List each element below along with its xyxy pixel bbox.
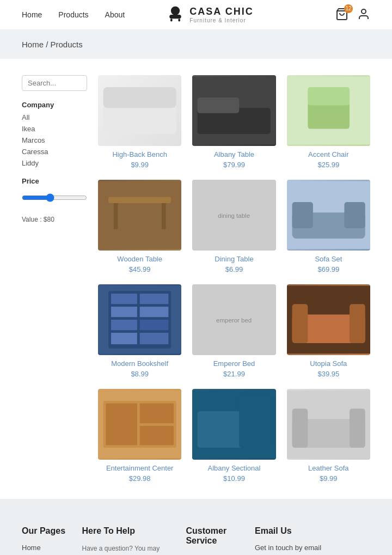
product-name: Emperor Bed xyxy=(192,359,275,368)
footer-email-desc: Get in touch by email xyxy=(255,544,370,552)
svg-rect-43 xyxy=(140,404,174,423)
product-name: Wooden Table xyxy=(98,255,181,263)
footer-email: Email Us Get in touch by email xyxy=(255,526,370,555)
cart-button[interactable]: 12 xyxy=(335,8,348,22)
product-card[interactable]: Sofa Set$69.99 xyxy=(287,180,370,273)
nav-about[interactable]: About xyxy=(105,10,125,19)
product-price: $79.99 xyxy=(192,161,275,169)
svg-rect-2 xyxy=(170,19,173,21)
svg-point-5 xyxy=(362,9,366,14)
footer-our-pages: Our Pages Home Products About xyxy=(22,526,65,555)
product-image xyxy=(98,389,181,460)
product-name: Albany Table xyxy=(192,150,275,158)
svg-rect-1 xyxy=(170,15,182,19)
footer-our-pages-title: Our Pages xyxy=(22,526,65,536)
logo-name: CASA CHIC xyxy=(189,6,253,17)
svg-rect-42 xyxy=(106,404,137,446)
product-image xyxy=(98,284,181,355)
product-price: $21.99 xyxy=(192,370,275,378)
svg-rect-33 xyxy=(140,333,169,344)
nav-home[interactable]: Home xyxy=(22,10,42,19)
logo: CASA CHIC Furniture & Interior xyxy=(166,5,253,25)
footer-link-home[interactable]: Home xyxy=(22,544,65,552)
svg-point-0 xyxy=(171,7,180,15)
product-image xyxy=(192,389,275,460)
product-card[interactable]: emperor bedEmperor Bed$21.99 xyxy=(192,284,275,378)
svg-rect-16 xyxy=(114,203,118,229)
product-image xyxy=(98,180,181,251)
product-image xyxy=(287,180,370,251)
breadcrumb: Home / Products xyxy=(0,30,392,59)
product-card[interactable]: Entertainment Center$29.98 xyxy=(98,389,181,483)
user-icon xyxy=(357,8,370,21)
product-card[interactable]: Albany Table$79.99 xyxy=(192,75,275,169)
product-image xyxy=(287,75,370,146)
search-input[interactable] xyxy=(22,75,87,91)
product-card[interactable]: Modern Bookshelf$8.99 xyxy=(98,284,181,378)
svg-rect-14 xyxy=(98,181,181,249)
main-nav: Home Products About xyxy=(22,10,125,19)
product-card[interactable]: Leather Sofa$9.99 xyxy=(287,389,370,483)
product-card[interactable]: Utopia Sofa$39.95 xyxy=(287,284,370,378)
svg-rect-12 xyxy=(308,103,350,129)
filter-ikea[interactable]: Ikea xyxy=(22,125,87,133)
svg-rect-23 xyxy=(344,202,365,228)
footer-help-desc: Have a question? You may find an answer … xyxy=(82,544,169,555)
svg-rect-50 xyxy=(292,408,308,448)
product-card[interactable]: Accent Chair$25.99 xyxy=(287,75,370,169)
svg-text:emperor bed: emperor bed xyxy=(216,317,252,324)
product-name: Sofa Set xyxy=(287,255,370,263)
user-button[interactable] xyxy=(357,8,370,22)
svg-rect-10 xyxy=(198,97,240,113)
breadcrumb-separator: / xyxy=(46,40,50,49)
product-price: $39.95 xyxy=(287,370,370,378)
product-price: $69.99 xyxy=(287,265,370,273)
cart-badge: 12 xyxy=(344,4,353,13)
svg-rect-31 xyxy=(140,320,169,330)
footer-grid: Our Pages Home Products About Here To He… xyxy=(22,526,370,555)
product-image xyxy=(287,284,370,355)
product-card[interactable]: Albany Sectional$10.99 xyxy=(192,389,275,483)
footer-customer-title: Customer Service xyxy=(186,526,238,546)
filter-caressa[interactable]: Caressa xyxy=(22,148,87,156)
product-name: Leather Sofa xyxy=(287,464,370,472)
nav-products[interactable]: Products xyxy=(58,10,88,19)
svg-text:dining table: dining table xyxy=(218,212,250,219)
product-name: Accent Chair xyxy=(287,150,370,158)
product-name: High-Back Bench xyxy=(98,150,181,158)
sidebar: Company All Ikea Marcos Caressa Liddy Pr… xyxy=(22,75,87,483)
footer-help: Here To Help Have a question? You may fi… xyxy=(82,526,169,555)
product-price: $8.99 xyxy=(98,370,181,378)
product-card[interactable]: High-Back Bench$9.99 xyxy=(98,75,181,169)
breadcrumb-home[interactable]: Home xyxy=(22,40,44,49)
product-card[interactable]: Wooden Table$45.99 xyxy=(98,180,181,273)
svg-rect-27 xyxy=(140,294,169,304)
products-grid: High-Back Bench$9.99Albany Table$79.99Ac… xyxy=(98,75,370,483)
svg-rect-13 xyxy=(308,87,350,106)
price-value-label: Value : $80 xyxy=(22,216,87,223)
svg-rect-28 xyxy=(111,307,137,317)
header-icons: 12 xyxy=(335,8,370,22)
product-card[interactable]: dining tableDining Table$6.99 xyxy=(192,180,275,273)
svg-rect-32 xyxy=(111,333,137,344)
header: Home Products About CASA CHIC Furniture … xyxy=(0,0,392,30)
product-image xyxy=(287,389,370,460)
price-filter-title: Price xyxy=(22,177,87,185)
product-image xyxy=(98,75,181,146)
product-name: Dining Table xyxy=(192,255,275,263)
filter-all[interactable]: All xyxy=(22,113,87,121)
svg-rect-38 xyxy=(292,304,308,343)
product-image xyxy=(192,75,275,146)
product-price: $29.98 xyxy=(98,474,181,483)
product-image: dining table xyxy=(192,180,275,251)
svg-rect-7 xyxy=(103,87,176,108)
product-price: $45.99 xyxy=(98,265,181,273)
svg-rect-29 xyxy=(140,307,169,317)
price-slider[interactable] xyxy=(22,190,87,206)
filter-marcos[interactable]: Marcos xyxy=(22,136,87,144)
filter-liddy[interactable]: Liddy xyxy=(22,159,87,167)
svg-rect-22 xyxy=(292,202,313,228)
product-image: emperor bed xyxy=(192,284,275,355)
logo-icon xyxy=(166,5,185,25)
footer-email-title: Email Us xyxy=(255,526,370,536)
